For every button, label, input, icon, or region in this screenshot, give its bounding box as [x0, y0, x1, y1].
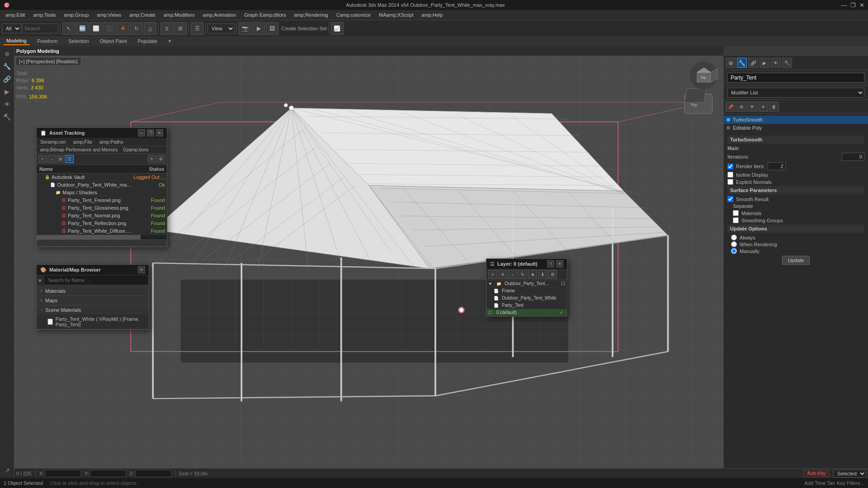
mod-configure-btn[interactable]: ⚙: [736, 102, 746, 112]
mod-show-result-btn[interactable]: 👁: [747, 102, 757, 112]
layer-all-btn[interactable]: ★: [528, 270, 537, 279]
asset-row-maps-folder[interactable]: 📁 Maps / Shaders: [37, 189, 167, 197]
ts-render-iters-input[interactable]: [768, 162, 786, 170]
window-crossing-btn[interactable]: ⬛: [103, 22, 116, 35]
select-scale-btn[interactable]: △: [144, 22, 156, 35]
at-menu-server[interactable]: Seramp;ver: [38, 139, 68, 145]
mat-item-party-tent-white[interactable]: Party_Tent_White ( VRayMtl ) [Frame, Par…: [37, 314, 149, 329]
menu-edit[interactable]: amp;Edit: [2, 11, 28, 19]
sidebar-modify[interactable]: 🔧: [1, 61, 13, 72]
ts-materials-check[interactable]: [733, 210, 739, 216]
asset-row-maxfile[interactable]: 📄 Outdoor_Party_Tent_White_max_vray.max …: [37, 181, 167, 189]
menu-rendering[interactable]: amp;Rendering: [290, 11, 331, 19]
at-grid-btn[interactable]: ⊞: [57, 155, 65, 163]
at-list-btn[interactable]: ☰: [66, 155, 74, 163]
layer-row-party-tent[interactable]: 📄 Party_Tent: [486, 302, 567, 309]
layer-panel-close-btn[interactable]: ✕: [556, 260, 563, 267]
sidebar-bottom-1[interactable]: ↗: [1, 465, 13, 476]
ts-surface-params-header[interactable]: Surface Parameters: [727, 186, 864, 194]
maximize-button[interactable]: ❐: [850, 2, 856, 9]
ts-iterations-input[interactable]: [842, 153, 864, 161]
menu-modifiers[interactable]: amp;Modifiers: [160, 11, 198, 19]
ts-radio-manually-input[interactable]: [731, 248, 737, 254]
view-dropdown[interactable]: View: [208, 23, 235, 33]
ts-radio-when-rendering-input[interactable]: [731, 241, 737, 247]
select-btn[interactable]: ↖: [62, 22, 75, 35]
menu-views[interactable]: amp;Views: [94, 11, 125, 19]
layer-refresh-btn[interactable]: ↻: [518, 270, 527, 279]
selected-dropdown[interactable]: Selected: [833, 469, 866, 478]
at-bitmap-perf[interactable]: amp;Bitmap Performance and Memory: [40, 147, 118, 152]
mod-make-unique-btn[interactable]: ✦: [758, 102, 768, 112]
mat-browser-titlebar[interactable]: 🎨 Material/Map Browser ✕: [37, 265, 149, 275]
sidebar-create[interactable]: ⊕: [1, 48, 13, 60]
layer-merge-btn[interactable]: ⬇: [538, 270, 547, 279]
mat-scene-materials-header[interactable]: − Scene Materials: [37, 305, 149, 314]
ts-header[interactable]: TurboSmooth: [727, 136, 864, 144]
layer-add-btn[interactable]: ↓: [508, 270, 517, 279]
autokey-btn[interactable]: Auto Key: [803, 469, 830, 477]
rp-icon-motion[interactable]: ▶: [760, 58, 769, 68]
asset-tracking-titlebar[interactable]: 📋 Asset Tracking — ❐ ✕: [37, 128, 167, 138]
menu-graph-editors[interactable]: Graph Eamp;ditors: [241, 11, 289, 19]
asset-row-reflection[interactable]: 🖼 Party_Tent_Reflection.png Found: [37, 220, 167, 227]
viewport-cube[interactable]: Top: [688, 60, 720, 91]
layer-delete-btn[interactable]: ✕: [498, 270, 507, 279]
menu-tools[interactable]: amp;Tools: [29, 11, 59, 19]
subtab-populate[interactable]: Populate: [135, 38, 160, 45]
mirror-btn[interactable]: ⧖: [160, 22, 173, 35]
layer-panel-help-btn[interactable]: ?: [547, 260, 554, 267]
render-frame-btn[interactable]: 🖼: [266, 22, 278, 35]
mat-materials-header[interactable]: + Materials: [37, 286, 149, 296]
layer-panel-controls[interactable]: ? ✕: [547, 260, 563, 267]
asset-scrollbar[interactable]: [37, 235, 167, 239]
modifier-turbosmooth[interactable]: TurboSmooth: [724, 116, 868, 124]
subtab-modeling[interactable]: Modeling: [4, 37, 29, 45]
mat-maps-header[interactable]: + Maps: [37, 296, 149, 305]
layer-row-frame[interactable]: 📄 Frame: [486, 287, 567, 295]
sidebar-motion[interactable]: ▶: [1, 86, 13, 98]
mat-browser-close-btn[interactable]: ✕: [138, 266, 145, 273]
titlebar-controls[interactable]: — ❐ ✕: [841, 2, 864, 9]
coord-z-input[interactable]: [135, 470, 171, 477]
at-maximize-btn[interactable]: ❐: [147, 129, 154, 136]
ts-smoothing-groups-check[interactable]: [733, 217, 739, 223]
asset-tracking-controls[interactable]: — ❐ ✕: [138, 129, 163, 136]
menu-maxscript[interactable]: MAamp;XScript: [375, 11, 417, 19]
at-remove-btn[interactable]: −: [47, 155, 56, 163]
select-move-btn[interactable]: ✛: [117, 22, 129, 35]
subtab-selection[interactable]: Selection: [66, 38, 91, 45]
at-menu-paths[interactable]: amp;Paths: [98, 139, 125, 145]
menu-customize[interactable]: Camp;ustomize: [333, 11, 374, 19]
select-region-btn[interactable]: ⬜: [90, 22, 102, 35]
rp-icon-utilities[interactable]: 🔨: [782, 58, 792, 68]
ts-explicit-normals-check[interactable]: [727, 179, 733, 185]
layer-row-outdoor-sub[interactable]: 📄 Outdoor_Party_Tent_White: [486, 295, 567, 302]
mod-remove-btn[interactable]: 🗑: [769, 102, 779, 112]
filter-dropdown[interactable]: All: [2, 23, 21, 33]
rp-icon-display[interactable]: 👁: [771, 58, 781, 68]
menu-help[interactable]: amp;Help: [418, 11, 447, 19]
asset-row-fresnel[interactable]: 🖼 Party_Tent_Fresnel.png Found: [37, 197, 167, 204]
mod-pin-btn[interactable]: 📌: [726, 102, 736, 112]
minimize-button[interactable]: —: [841, 2, 847, 9]
asset-scrollbar-thumb[interactable]: [37, 235, 141, 239]
asset-row-vault[interactable]: 🔒 Autodesk Vault Logged Out ...: [37, 174, 167, 181]
layer-settings-btn[interactable]: ⚙: [548, 270, 557, 279]
select-rotate-btn[interactable]: ↻: [130, 22, 143, 35]
object-name-input[interactable]: [727, 73, 864, 83]
render-setup-btn[interactable]: 📷: [239, 22, 251, 35]
sidebar-display[interactable]: 👁: [1, 99, 13, 110]
asset-row-glossiness[interactable]: 🖼 Party_Tent_Glossiness.png Found: [37, 204, 167, 212]
at-close-btn[interactable]: ✕: [156, 129, 163, 136]
mat-search-dropdown-btn[interactable]: ▼: [38, 278, 42, 283]
coord-x-input[interactable]: [45, 470, 81, 477]
layer-btn[interactable]: ☰: [191, 22, 203, 35]
menu-animation[interactable]: amp;Animation: [199, 11, 240, 19]
coord-y-input[interactable]: [90, 470, 126, 477]
at-settings-btn[interactable]: ⚙: [157, 155, 165, 163]
menu-group[interactable]: amp;Group: [61, 11, 93, 19]
layer-row-default[interactable]: ☐ 0 (default) ✓: [486, 309, 567, 316]
ts-radio-always-input[interactable]: [731, 235, 737, 240]
rp-icon-create[interactable]: ⊕: [726, 58, 736, 68]
